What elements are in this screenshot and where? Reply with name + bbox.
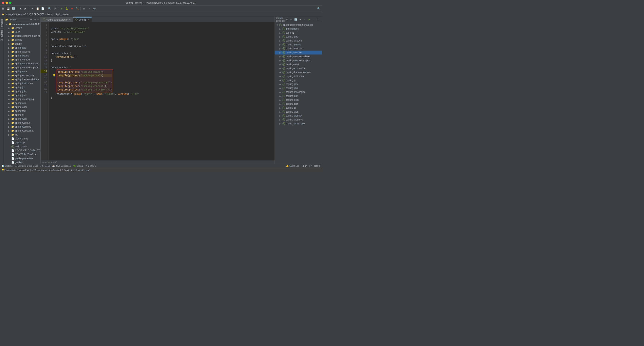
project-dropdown[interactable]: Project: [9, 18, 33, 21]
gradle-item-spring-test[interactable]: ▶ :spring-test: [275, 102, 322, 106]
paste-btn[interactable]: 📄: [40, 6, 45, 11]
search-btn[interactable]: 🔍: [47, 6, 52, 11]
tree-item-spring-jcl[interactable]: ▶ 📁 spring-jcl: [4, 85, 40, 89]
tree-item-gradle2[interactable]: ▶ 📁 gradle: [4, 42, 40, 46]
tree-item-spring-jms[interactable]: ▶ 📁 spring-jms: [4, 93, 40, 97]
tree-item-spring-aop[interactable]: ▶ 📁 spring-aop: [4, 46, 40, 50]
toggle-spring-tx[interactable]: ▶: [8, 114, 11, 116]
toggle-spring-jdbc[interactable]: ▶: [8, 90, 11, 92]
tree-item-spring-tx[interactable]: ▶ 📁 spring-tx: [4, 113, 40, 117]
tree-item-spring-context-support[interactable]: ▶ 📁 spring-context-support: [4, 66, 40, 69]
tree-item-spring-webflux[interactable]: ▶ 📁 spring-webflux: [4, 121, 40, 125]
gradle-item-spring-aop[interactable]: ▶ :spring-aop: [275, 35, 322, 39]
gradle-toggle-spring-jdbc[interactable]: ▶: [280, 83, 282, 85]
statistic-btn[interactable]: 📊 Statistic: [2, 165, 13, 167]
gradle-toggle-spring-context-support[interactable]: ▶: [280, 59, 282, 62]
gradle-toggle-spring-orm[interactable]: ▶: [280, 95, 282, 97]
gradle-item-demo1[interactable]: ▶ :demo1: [275, 31, 322, 35]
tab-close-spring-beans[interactable]: ✕: [69, 18, 70, 21]
toggle-spring-webflux[interactable]: ▶: [8, 122, 11, 124]
gradle-item-spring-websocket[interactable]: ▶ :spring-websocket: [275, 122, 322, 126]
gradle-toggle-spring-aop[interactable]: ▶: [280, 36, 282, 38]
tree-item-editorconfig[interactable]: ▶ 📄 .editorconfig: [4, 137, 40, 141]
run-btn[interactable]: ▶: [59, 6, 64, 11]
gradle-filter-btn[interactable]: ≡: [321, 17, 322, 21]
settings-icon[interactable]: ⚙: [34, 18, 36, 21]
toggle-spring-context-indexer[interactable]: ▶: [8, 63, 11, 65]
gradle-toggle-spring-build-src[interactable]: ▶: [280, 48, 282, 50]
compute-btn[interactable]: ☐ Compute Code Lines: [15, 165, 38, 167]
tab-close-demo1[interactable]: ✕: [88, 18, 89, 21]
gradle-run-btn[interactable]: ▶: [307, 17, 311, 21]
tree-item-spring-framework-bom[interactable]: ▶ 📁 spring-framework-bom: [4, 77, 40, 81]
toggle-spring-jms[interactable]: ▶: [8, 94, 11, 96]
gradle-toggle-spring-oxm[interactable]: ▶: [280, 99, 282, 101]
toggle-spring-web[interactable]: ▶: [8, 118, 11, 120]
gradle-toggle-demo1[interactable]: ▶: [280, 32, 282, 34]
gradle-toggle-spring-aspects[interactable]: ▶: [280, 40, 282, 42]
toggle-gradle[interactable]: ▶: [8, 27, 11, 29]
copy-btn[interactable]: 📋: [35, 6, 40, 11]
tree-item-spring-orm[interactable]: ▶ 📁 spring-orm: [4, 101, 40, 105]
toggle-spring-core[interactable]: ▶: [8, 70, 11, 73]
gradle-toggle-spring-core[interactable]: ▶: [280, 63, 282, 66]
gradle-toggle-spring-webmvc[interactable]: ▶: [280, 119, 282, 121]
toggle-spring-jcl[interactable]: ▶: [8, 86, 11, 88]
maximize-button[interactable]: [9, 1, 12, 4]
toggle-spring-instrument[interactable]: ▶: [8, 82, 11, 85]
tree-item-spring-beans[interactable]: ▶ 📁 spring-beans: [4, 54, 40, 58]
cut-btn[interactable]: ✂: [30, 6, 35, 11]
tree-item-spring-jdbc[interactable]: ▶ 📁 spring-jdbc: [4, 89, 40, 93]
back-btn[interactable]: ◀: [18, 6, 23, 11]
gradle-remove-btn[interactable]: -: [303, 17, 307, 21]
gradle-toggle-spring-context-indexer[interactable]: ▶: [280, 55, 282, 58]
gradle-item-spring-webmvc[interactable]: ▶ :spring-webmvc: [275, 118, 322, 122]
gradle-toggle-spring-websocket[interactable]: ▶: [280, 123, 282, 125]
gradle-item-spring-build-src[interactable]: ▶ :spring-build-src: [275, 47, 322, 51]
gradle-refresh-btn[interactable]: 🔄: [294, 17, 298, 21]
toggle-src[interactable]: ▶: [8, 134, 11, 136]
camera-btn[interactable]: 📷: [92, 6, 97, 11]
gradle-toggle-root[interactable]: ▼: [276, 24, 279, 26]
replace-btn[interactable]: ⇄: [52, 6, 57, 11]
gear-icon[interactable]: —: [37, 18, 39, 21]
tree-item-spring-core[interactable]: ▶ 📁 spring-core: [4, 69, 40, 73]
toggle-spring-context-support[interactable]: ▶: [8, 67, 11, 69]
breadcrumb-item-0[interactable]: spring-framework-5.0.13.RELEASE3: [6, 13, 44, 16]
event-log-btn[interactable]: 🔔 Event Log: [286, 165, 299, 167]
toggle-root[interactable]: ▼: [6, 23, 8, 25]
toggle-spring-framework-bom[interactable]: ▶: [8, 78, 11, 81]
tree-item-gradlew[interactable]: ▶ 📄 gradlew: [4, 160, 40, 164]
todo-btn[interactable]: ✓ 6: TODO: [85, 165, 96, 167]
toggle-spring-expression[interactable]: ▶: [8, 74, 11, 77]
gradle-item-spring-context[interactable]: ▶ :spring-context: [275, 51, 322, 54]
gradle-toggle-spring-context[interactable]: ▶: [280, 51, 282, 54]
toggle-spring-test[interactable]: ▶: [8, 110, 11, 112]
toggle-spring-context[interactable]: ▶: [8, 59, 11, 61]
gradle-toggle-spring-instrument[interactable]: ▶: [280, 75, 282, 77]
favorites-tab[interactable]: 2: Favorites: [0, 28, 4, 42]
tree-item-demo1[interactable]: ▶ 📁 demo1: [4, 38, 40, 42]
gradle-item-spring-framework-bom[interactable]: ▶ :spring-framework-bom: [275, 70, 322, 74]
tab-spring-beans-gradle[interactable]: spring-beans.gradle ✕: [40, 17, 73, 22]
gradle-item-spring-web[interactable]: ▶ :spring-web: [275, 110, 322, 114]
toggle-demo1[interactable]: ▶: [8, 39, 11, 41]
tree-item-gradleprops[interactable]: ▶ 📄 gradle.properties: [4, 157, 40, 160]
toggle-spring-aop[interactable]: ▶: [8, 47, 11, 49]
gradle-toggle-spring-expression[interactable]: ▶: [280, 67, 282, 69]
gradle-add-btn[interactable]: +: [298, 17, 302, 21]
settings-btn[interactable]: ⚙: [82, 6, 86, 11]
gradle-toggle-spring-tx[interactable]: ▶: [280, 107, 282, 109]
gradle-toggle-spring-jcl[interactable]: ▶: [280, 79, 282, 81]
line-col-indicator[interactable]: 14:37: [302, 165, 307, 167]
toolbar-menu[interactable]: ☰: [1, 6, 6, 11]
search-everywhere[interactable]: 🔍: [316, 6, 321, 11]
gradle-item-spring-oxm[interactable]: ▶ :spring-oxm: [275, 98, 322, 102]
gradle-collapse-btn[interactable]: ⇅: [316, 17, 320, 21]
build-btn[interactable]: 🔨: [75, 6, 80, 11]
java-enterprise-btn[interactable]: ☕ Java Enterprise: [52, 165, 71, 167]
gradle-item-spring-instrument[interactable]: ▶ :spring-instrument: [275, 74, 322, 78]
tab-demo1[interactable]: demo1 ✕: [73, 17, 92, 22]
gradle-item-spring-jdbc[interactable]: ▶ :spring-jdbc: [275, 82, 322, 86]
encoding-indicator[interactable]: UTF-8: [314, 165, 320, 167]
